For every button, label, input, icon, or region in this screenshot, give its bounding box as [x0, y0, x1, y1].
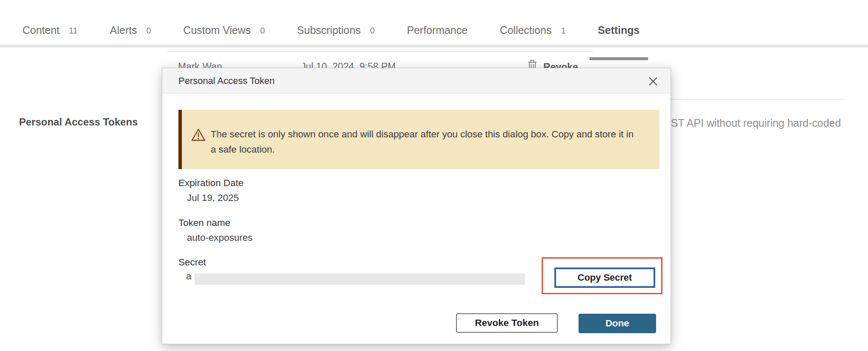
tab-subscriptions[interactable]: Subscriptions 0 — [289, 13, 383, 47]
settings-section-heading: Personal Access Tokens — [19, 116, 138, 128]
revoke-token-button[interactable]: Revoke Token — [456, 313, 558, 333]
tab-label: Collections — [500, 24, 551, 36]
tab-label: Custom Views — [183, 24, 250, 36]
token-name-value: auto-exposures — [187, 232, 253, 243]
close-icon[interactable] — [646, 74, 660, 89]
section-description-fragment: ST API without requiring hard-coded — [671, 117, 867, 129]
secret-value-visible-char: a — [186, 271, 192, 282]
tab-count-badge: 1 — [561, 26, 565, 36]
tab-count-badge: 0 — [146, 26, 151, 36]
personal-access-token-dialog: Personal Access Token The secret is only… — [162, 68, 671, 344]
dialog-title: Personal Access Token — [178, 68, 275, 94]
secret-warning-banner: The secret is only shown once and will d… — [178, 110, 659, 169]
table-row-divider — [167, 51, 593, 52]
tab-alerts[interactable]: Alerts 0 — [101, 13, 159, 47]
warning-message: The secret is only shown once and will d… — [211, 127, 641, 157]
tab-collections[interactable]: Collections 1 — [491, 13, 574, 47]
done-button[interactable]: Done — [579, 314, 656, 333]
tab-performance[interactable]: Performance — [398, 13, 476, 47]
copy-secret-button[interactable]: Copy Secret — [554, 267, 655, 288]
tab-custom-views[interactable]: Custom Views 0 — [175, 13, 273, 47]
tab-label: Subscriptions — [297, 24, 361, 36]
secret-label: Secret — [178, 257, 206, 268]
tabs: Content 11 Alerts 0 Custom Views 0 Subsc… — [14, 13, 663, 47]
secret-redacted-bar — [195, 273, 525, 285]
page: Content 11 Alerts 0 Custom Views 0 Subsc… — [0, 0, 868, 351]
tab-content[interactable]: Content 11 — [14, 13, 86, 47]
tab-label: Settings — [598, 24, 640, 36]
dialog-header: Personal Access Token — [162, 68, 670, 94]
tab-bar: Content 11 Alerts 0 Custom Views 0 Subsc… — [0, 0, 868, 47]
tab-settings[interactable]: Settings — [590, 13, 648, 47]
warning-triangle-icon — [191, 128, 206, 143]
tab-count-badge: 0 — [370, 26, 375, 36]
expiration-date-label: Expiration Date — [178, 178, 244, 189]
section-divider — [671, 99, 843, 100]
tab-label: Performance — [407, 24, 467, 36]
token-name-label: Token name — [178, 217, 231, 228]
expiration-date-value: Jul 19, 2025 — [187, 192, 239, 203]
tab-count-badge: 0 — [260, 26, 265, 36]
tab-count-badge: 11 — [69, 26, 78, 36]
tab-label: Content — [22, 24, 60, 36]
tab-label: Alerts — [110, 24, 137, 36]
